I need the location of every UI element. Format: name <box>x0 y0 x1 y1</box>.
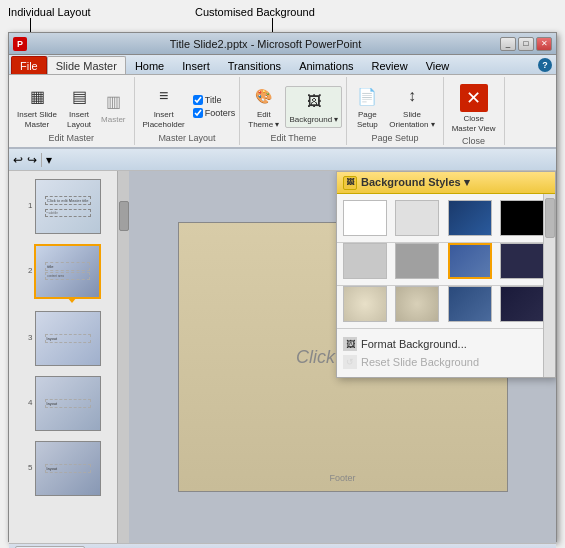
footers-checkbox[interactable] <box>193 108 203 118</box>
slide-row-3: 3 layout <box>25 307 101 368</box>
slide-panel: 1 Click to edit Master title • subtitle … <box>9 171 129 543</box>
master-button[interactable]: ▥ Master <box>97 86 129 128</box>
background-styles-popup: 🖼 Background Styles ▾ <box>336 171 556 378</box>
qa-dropdown-icon[interactable]: ▾ <box>46 153 52 167</box>
insert-placeholder-button[interactable]: ≡ InsertPlaceholder <box>139 81 189 132</box>
slide-thumb-4[interactable]: layout <box>35 376 102 431</box>
window-controls: _ □ ✕ <box>500 37 552 51</box>
status-bar: Slide Master | "Office Theme" ✓ English … <box>9 543 556 548</box>
tab-animations[interactable]: Animations <box>290 56 362 74</box>
bg-swatches-row2 <box>337 243 555 286</box>
bg-actions: 🖼 Format Background... ↺ Reset Slide Bac… <box>337 329 555 377</box>
footers-checkbox-label: Footers <box>193 108 236 118</box>
close-label: Close <box>462 136 485 148</box>
close-button[interactable]: ✕ <box>536 37 552 51</box>
tab-home[interactable]: Home <box>126 56 173 74</box>
bg-swatch-light-gray[interactable] <box>395 200 439 236</box>
slide-thumb-3[interactable]: layout <box>35 311 102 366</box>
insert-placeholder-icon: ≡ <box>152 84 176 108</box>
title-checkbox[interactable] <box>193 95 203 105</box>
page-setup-content: 📄 PageSetup ↕ SlideOrientation ▾ <box>351 79 438 133</box>
close-master-view-button[interactable]: ✕ CloseMaster View <box>448 81 500 136</box>
slide-num-5: 5 <box>25 463 33 472</box>
bg-popup-header: 🖼 Background Styles ▾ <box>337 172 555 194</box>
slide-panel-scroll-thumb[interactable] <box>119 201 129 231</box>
bg-swatch-blue2[interactable] <box>448 286 492 322</box>
slide-orientation-button[interactable]: ↕ SlideOrientation ▾ <box>385 81 438 132</box>
bg-swatch-gray1[interactable] <box>343 243 387 279</box>
page-setup-label: Page Setup <box>371 133 418 145</box>
bg-swatch-dark-blue[interactable] <box>448 200 492 236</box>
bg-swatch-tan2[interactable] <box>395 286 439 322</box>
tab-insert[interactable]: Insert <box>173 56 219 74</box>
ribbon-group-edit-master: ▦ Insert SlideMaster ▤ InsertLayout ▥ Ma… <box>9 77 135 145</box>
redo-icon[interactable]: ↪ <box>27 153 37 167</box>
qa-separator <box>41 153 42 167</box>
slide-num-3: 3 <box>25 333 33 342</box>
minimize-button[interactable]: _ <box>500 37 516 51</box>
slide-thumb-5[interactable]: layout <box>35 441 102 496</box>
insert-layout-icon: ▤ <box>67 84 91 108</box>
customised-background-label: Customised Background <box>195 6 315 18</box>
slide-row-5: 5 layout <box>25 437 101 498</box>
title-checkbox-label: Title <box>193 95 236 105</box>
bg-swatches-row3 <box>337 286 555 329</box>
slide-row-4: 4 layout <box>25 372 101 433</box>
bg-popup-scroll-thumb[interactable] <box>545 198 555 238</box>
reset-slide-background-button: ↺ Reset Slide Background <box>343 353 549 371</box>
slide-row-1: 1 Click to edit Master title • subtitle <box>25 175 101 236</box>
bg-swatch-gray2[interactable] <box>395 243 439 279</box>
main-area: 1 Click to edit Master title • subtitle … <box>9 171 556 543</box>
bg-swatch-white[interactable] <box>343 200 387 236</box>
slide-thumb-1[interactable]: Click to edit Master title • subtitle <box>35 179 102 234</box>
bg-swatch-tan1[interactable] <box>343 286 387 322</box>
page-setup-button[interactable]: 📄 PageSetup <box>351 81 383 132</box>
tab-file[interactable]: File <box>11 56 47 74</box>
bg-swatch-dark1[interactable] <box>500 243 544 279</box>
quick-access-toolbar: ↩ ↪ ▾ <box>9 149 556 171</box>
format-background-icon: 🖼 <box>343 337 357 351</box>
ribbon-group-close: ✕ CloseMaster View Close <box>444 77 505 145</box>
slide-thumb-2[interactable]: title content area <box>34 244 101 299</box>
slide-thumbnail-list: 1 Click to edit Master title • subtitle … <box>9 171 117 543</box>
canvas-footer: Footer <box>329 473 355 483</box>
bg-swatches-row1 <box>337 194 555 243</box>
background-icon: 🖼 <box>302 89 326 113</box>
ribbon-group-page-setup: 📄 PageSetup ↕ SlideOrientation ▾ Page Se… <box>347 77 443 145</box>
edit-theme-group-label: Edit Theme <box>270 133 316 145</box>
page-setup-icon: 📄 <box>355 84 379 108</box>
background-button[interactable]: 🖼 Background ▾ <box>285 86 342 128</box>
bg-swatch-dark2[interactable] <box>500 286 544 322</box>
ribbon-group-edit-theme: 🎨 EditTheme ▾ 🖼 Background ▾ Edit Theme <box>240 77 347 145</box>
individual-layout-label: Individual Layout <box>8 6 91 18</box>
tab-transitions[interactable]: Transitions <box>219 56 290 74</box>
close-content: ✕ CloseMaster View <box>448 79 500 136</box>
help-button[interactable]: ? <box>538 58 552 72</box>
master-icon: ▥ <box>101 89 125 113</box>
application-window: P Title Slide2.pptx - Microsoft PowerPoi… <box>8 32 557 542</box>
edit-theme-button[interactable]: 🎨 EditTheme ▾ <box>244 81 283 132</box>
format-background-button[interactable]: 🖼 Format Background... <box>343 335 549 353</box>
slide-num-2: 2 <box>25 266 32 275</box>
ribbon-body: ▦ Insert SlideMaster ▤ InsertLayout ▥ Ma… <box>9 75 556 149</box>
insert-slide-master-button[interactable]: ▦ Insert SlideMaster <box>13 81 61 132</box>
insert-layout-button[interactable]: ▤ InsertLayout <box>63 81 95 132</box>
close-master-view-icon: ✕ <box>460 84 488 112</box>
tab-view[interactable]: View <box>417 56 459 74</box>
tab-slide-master[interactable]: Slide Master <box>47 56 126 74</box>
bg-swatch-black[interactable] <box>500 200 544 236</box>
reset-background-icon: ↺ <box>343 355 357 369</box>
slide-num-4: 4 <box>25 398 33 407</box>
bg-popup-scrollbar[interactable] <box>543 194 555 377</box>
ribbon-group-master-layout: ≡ InsertPlaceholder Title Footers <box>135 77 241 145</box>
maximize-button[interactable]: □ <box>518 37 534 51</box>
bg-popup-header-icon: 🖼 <box>343 176 357 190</box>
reset-background-label: Reset Slide Background <box>361 356 479 368</box>
slide-panel-scrollbar[interactable] <box>117 171 129 543</box>
bg-swatch-blue-selected[interactable] <box>448 243 492 279</box>
edit-theme-icon: 🎨 <box>252 84 276 108</box>
undo-icon[interactable]: ↩ <box>13 153 23 167</box>
tab-review[interactable]: Review <box>363 56 417 74</box>
canvas-area: Click to edit Footer 🖼 Background Styles… <box>129 171 556 543</box>
edit-master-buttons: ▦ Insert SlideMaster ▤ InsertLayout ▥ Ma… <box>13 79 130 133</box>
